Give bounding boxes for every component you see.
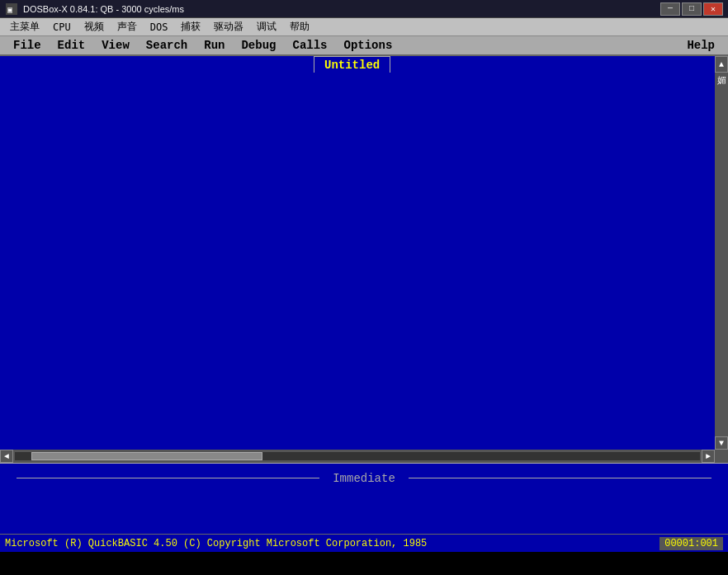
tab-bar: Untitled ▲ [0, 56, 728, 73]
qb-menu-run[interactable]: Run [196, 36, 233, 54]
restore-button[interactable]: □ [682, 2, 702, 16]
close-button[interactable]: ✕ [703, 2, 723, 16]
hscroll-bar: ◄ ► [0, 450, 715, 463]
status-position: 00001:001 [659, 537, 723, 550]
scrollbar-corner [715, 450, 728, 463]
qb-menu-view[interactable]: View [93, 36, 138, 54]
immediate-inner: Immediate [0, 472, 728, 485]
dos-menu-main[interactable]: 主菜单 [3, 18, 46, 35]
dosbox-icon: ▣ [5, 2, 18, 16]
editor-content[interactable] [0, 73, 715, 450]
status-text: Microsoft (R) QuickBASIC 4.50 (C) Copyri… [5, 538, 659, 549]
qb-menu-search[interactable]: Search [138, 36, 196, 54]
scrollbar-char: 媚 [717, 74, 726, 87]
status-bar: Microsoft (R) QuickBASIC 4.50 (C) Copyri… [0, 534, 728, 552]
minimize-button[interactable]: ─ [660, 2, 680, 16]
right-scrollbar: 媚 [715, 73, 728, 436]
immediate-line-right [409, 478, 711, 478]
dos-menu-video[interactable]: 视频 [78, 18, 111, 35]
dos-menu-help[interactable]: 帮助 [283, 18, 316, 35]
scroll-right-button[interactable]: ► [702, 450, 715, 463]
hscroll-track[interactable] [15, 452, 700, 460]
title-bar-text: DOSBox-X 0.84.1: QB - 3000 cycles/ms [23, 4, 184, 14]
tab-untitled[interactable]: Untitled [314, 56, 390, 73]
scroll-left-button[interactable]: ◄ [0, 450, 13, 463]
dos-menu-debug[interactable]: 调试 [250, 18, 283, 35]
immediate-panel: Immediate [0, 463, 728, 493]
qb-menubar: File Edit View Search Run Debug Calls Op… [0, 36, 728, 56]
qb-menu-options[interactable]: Options [336, 36, 401, 54]
scroll-up-button[interactable]: ▲ [715, 56, 728, 73]
qb-menu-debug[interactable]: Debug [233, 36, 284, 54]
horizontal-scrollbar: ◄ ► [0, 450, 728, 463]
dos-menu-capture[interactable]: 捕获 [174, 18, 207, 35]
immediate-content[interactable] [0, 493, 728, 534]
dos-menu-audio[interactable]: 声音 [111, 18, 144, 35]
title-bar-controls: ─ □ ✕ [660, 2, 723, 16]
svg-text:▣: ▣ [7, 5, 12, 14]
dos-menu-dos[interactable]: DOS [144, 20, 175, 35]
scroll-down-button[interactable]: ▼ [715, 436, 728, 450]
title-bar: ▣ DOSBox-X 0.84.1: QB - 3000 cycles/ms ─… [0, 0, 728, 18]
immediate-label: Immediate [326, 472, 402, 485]
qb-menu-help[interactable]: Help [678, 36, 723, 54]
qb-menu-file[interactable]: File [5, 36, 50, 54]
immediate-line-left [17, 478, 319, 478]
editor-area[interactable]: Untitled ▲ 媚 ▼ [0, 56, 728, 450]
qb-menu-edit[interactable]: Edit [50, 36, 94, 54]
qb-menu-calls[interactable]: Calls [284, 36, 335, 54]
title-bar-left: ▣ DOSBox-X 0.84.1: QB - 3000 cycles/ms [5, 2, 184, 16]
dos-menu-drive[interactable]: 驱动器 [207, 18, 250, 35]
dos-menu-cpu[interactable]: CPU [46, 20, 78, 35]
dos-menubar: 主菜单 CPU 视频 声音 DOS 捕获 驱动器 调试 帮助 [0, 18, 728, 36]
hscroll-thumb[interactable] [31, 452, 262, 460]
